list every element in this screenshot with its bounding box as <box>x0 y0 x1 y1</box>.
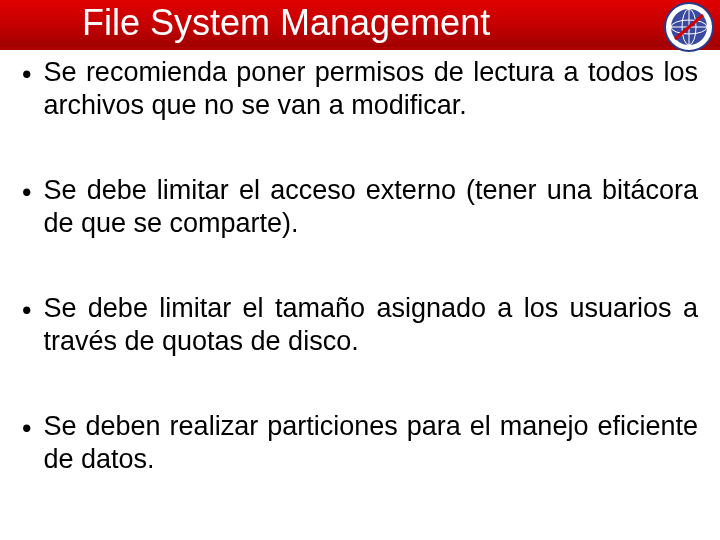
list-item: • Se recomienda poner permisos de lectur… <box>22 56 698 122</box>
slide-content: • Se recomienda poner permisos de lectur… <box>0 50 720 476</box>
slide-header: File System Management <box>0 0 720 50</box>
bullet-text: Se recomienda poner permisos de lectura … <box>43 56 698 122</box>
bullet-text: Se debe limitar el acceso externo (tener… <box>43 174 698 240</box>
bullet-icon: • <box>22 412 31 445</box>
bullet-text: Se deben realizar particiones para el ma… <box>43 410 698 476</box>
bullet-icon: • <box>22 58 31 91</box>
slide-title: File System Management <box>82 2 490 44</box>
list-item: • Se debe limitar el tamaño asignado a l… <box>22 292 698 358</box>
globe-logo-icon <box>664 2 714 52</box>
bullet-text: Se debe limitar el tamaño asignado a los… <box>43 292 698 358</box>
list-item: • Se debe limitar el acceso externo (ten… <box>22 174 698 240</box>
list-item: • Se deben realizar particiones para el … <box>22 410 698 476</box>
bullet-icon: • <box>22 176 31 209</box>
bullet-icon: • <box>22 294 31 327</box>
